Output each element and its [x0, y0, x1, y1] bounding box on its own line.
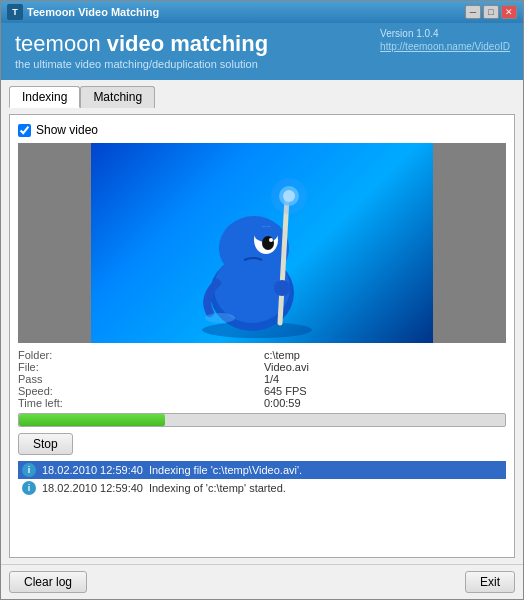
log-time-1: 18.02.2010 12:59:40 — [42, 464, 143, 476]
file-label: File: — [18, 361, 260, 373]
log-msg-1: Indexing file 'c:\temp\Video.avi'. — [149, 464, 302, 476]
video-character-svg — [172, 148, 352, 338]
progress-bar-fill — [19, 414, 165, 426]
log-time-2: 18.02.2010 12:59:40 — [42, 482, 143, 494]
version-text: Version 1.0.4 — [380, 28, 510, 39]
header-title-light: teemoon — [15, 31, 107, 56]
show-video-label: Show video — [36, 123, 98, 137]
log-icon-info: i — [22, 463, 36, 477]
titlebar-left: T Teemoon Video Matching — [7, 4, 159, 20]
main-window: T Teemoon Video Matching ─ □ ✕ teemoon v… — [0, 0, 524, 600]
close-button[interactable]: ✕ — [501, 5, 517, 19]
progress-bar — [18, 413, 506, 427]
maximize-button[interactable]: □ — [483, 5, 499, 19]
exit-button[interactable]: Exit — [465, 571, 515, 593]
show-video-checkbox[interactable] — [18, 124, 31, 137]
header-branding: teemoon video matching the ultimate vide… — [15, 31, 268, 70]
show-video-row: Show video — [18, 123, 506, 137]
time-value: 0:00:59 — [264, 397, 506, 409]
tab-indexing[interactable]: Indexing — [9, 86, 80, 108]
minimize-button[interactable]: ─ — [465, 5, 481, 19]
svg-point-11 — [271, 178, 307, 214]
app-header: teemoon video matching the ultimate vide… — [1, 23, 523, 80]
file-value: Video.avi — [264, 361, 506, 373]
clear-log-button[interactable]: Clear log — [9, 571, 87, 593]
info-grid: Folder: c:\temp File: Video.avi Pass 1/4… — [18, 349, 506, 409]
folder-label: Folder: — [18, 349, 260, 361]
stop-button[interactable]: Stop — [18, 433, 73, 455]
speed-label: Speed: — [18, 385, 260, 397]
video-inner — [91, 143, 433, 343]
header-right: Version 1.0.4 http://teemoon.name/VideoI… — [380, 28, 510, 53]
folder-value: c:\temp — [264, 349, 506, 361]
svg-point-7 — [269, 238, 273, 242]
svg-point-3 — [219, 216, 289, 280]
log-row: i 18.02.2010 12:59:40 Indexing file 'c:\… — [18, 461, 506, 479]
titlebar-title: Teemoon Video Matching — [27, 6, 159, 18]
pass-value: 1/4 — [264, 373, 506, 385]
time-label: Time left: — [18, 397, 260, 409]
app-icon: T — [7, 4, 23, 20]
header-link[interactable]: http://teemoon.name/VideoID — [380, 41, 510, 52]
header-title-bold: video matching — [107, 31, 268, 56]
log-area: i 18.02.2010 12:59:40 Indexing file 'c:\… — [18, 461, 506, 549]
titlebar-controls: ─ □ ✕ — [465, 5, 517, 19]
svg-point-13 — [205, 313, 235, 323]
header-subtitle: the ultimate video matching/deduplicatio… — [15, 58, 268, 70]
svg-point-6 — [262, 236, 274, 250]
tab-matching[interactable]: Matching — [80, 86, 155, 108]
video-preview — [18, 143, 506, 343]
header-top: teemoon video matching the ultimate vide… — [15, 31, 509, 70]
log-row: i 18.02.2010 12:59:40 Indexing of 'c:\te… — [18, 479, 506, 497]
pass-label: Pass — [18, 373, 260, 385]
bottom-bar: Clear log Exit — [1, 564, 523, 599]
svg-point-12 — [274, 280, 290, 296]
header-title: teemoon video matching — [15, 31, 268, 57]
tab-bar: Indexing Matching — [9, 86, 515, 108]
speed-value: 645 FPS — [264, 385, 506, 397]
log-icon-info-2: i — [22, 481, 36, 495]
tab-content-indexing: Show video — [9, 114, 515, 558]
titlebar: T Teemoon Video Matching ─ □ ✕ — [1, 1, 523, 23]
main-content: Indexing Matching Show video — [1, 80, 523, 564]
log-msg-2: Indexing of 'c:\temp' started. — [149, 482, 286, 494]
